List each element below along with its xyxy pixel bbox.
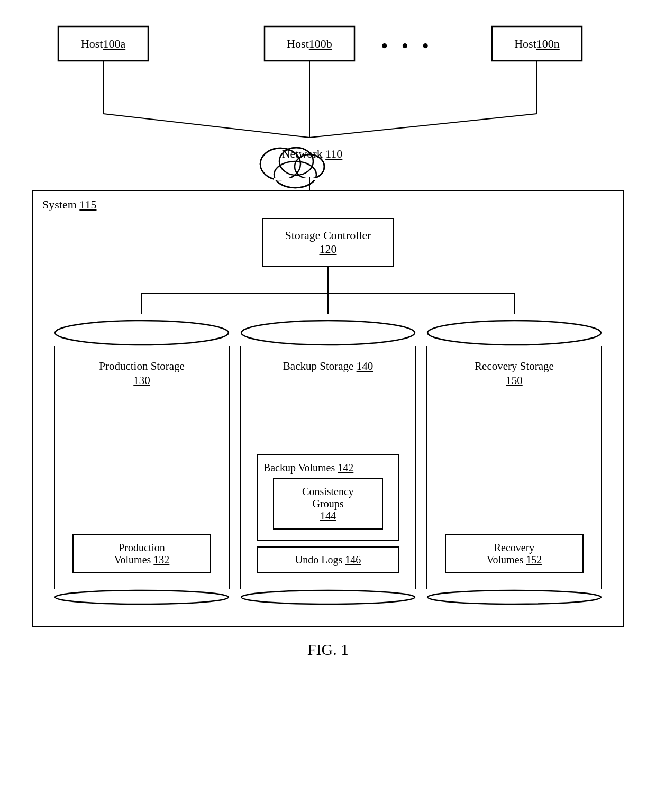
svg-point-30 <box>241 321 415 345</box>
svg-line-8 <box>309 114 537 138</box>
prod-storage-title: Production Storage130 <box>99 359 185 388</box>
recovery-storage-number: 150 <box>506 374 523 387</box>
svg-point-33 <box>427 590 601 604</box>
prod-cylinder-body: Production Storage130 ProductionVolumes … <box>54 346 230 589</box>
storage-controller-line1: Storage Controller <box>285 229 371 242</box>
prod-storage-number: 130 <box>133 374 150 387</box>
system-box: System 115 Storage Controller 120 <box>32 190 624 627</box>
consistency-groups-box: ConsistencyGroups144 <box>273 478 383 530</box>
backup-cylinder-bottom-svg <box>240 589 416 605</box>
network-number: 110 <box>325 147 342 160</box>
prod-volumes-number: 132 <box>153 554 169 565</box>
host-100n-label: Host 100n <box>492 26 582 61</box>
backup-storage-title: Backup Storage 140 <box>283 359 373 373</box>
undo-logs-number: 146 <box>345 554 361 565</box>
backup-storage-cylinder: Backup Storage 140 Backup Volumes 142 Co… <box>240 320 416 605</box>
svg-point-29 <box>55 590 229 604</box>
backup-storage-number: 140 <box>357 360 373 372</box>
consistency-groups-number: 144 <box>320 510 336 522</box>
controller-section: Storage Controller 120 <box>54 218 602 314</box>
network-label: Network 110 <box>259 147 365 161</box>
fig-caption: FIG. 1 <box>307 641 349 659</box>
svg-line-6 <box>103 114 309 138</box>
undo-logs-box: Undo Logs 146 <box>257 546 399 573</box>
recovery-cylinder-body: Recovery Storage150 RecoveryVolumes 152 <box>426 346 602 589</box>
recovery-storage: Recovery Storage150 RecoveryVolumes 152 <box>426 320 602 605</box>
storage-controller-box: Storage Controller 120 <box>262 218 393 267</box>
backup-cylinder-top-svg <box>240 320 416 346</box>
system-number: 115 <box>79 198 96 211</box>
controller-lines-svg <box>53 267 603 314</box>
storage-row: Production Storage130 ProductionVolumes … <box>54 320 602 605</box>
svg-point-28 <box>55 321 229 345</box>
system-label: System 115 <box>42 198 96 212</box>
host-100a-label: Host 100a <box>58 26 148 61</box>
svg-point-32 <box>427 321 601 345</box>
recovery-cylinder-bottom-svg <box>426 589 602 605</box>
backup-volumes-number: 142 <box>338 462 353 473</box>
backup-volumes-title: Backup Volumes 142 <box>263 462 393 474</box>
host-100a-number: 100a <box>103 37 125 51</box>
dots-label: • • • <box>381 34 433 58</box>
backup-cylinder-body: Backup Storage 140 Backup Volumes 142 Co… <box>240 346 416 589</box>
recovery-storage-title: Recovery Storage150 <box>475 359 554 388</box>
prod-volumes-box: ProductionVolumes 132 <box>72 534 211 573</box>
recovery-volumes-number: 152 <box>526 554 542 565</box>
host-100b-number: 100b <box>309 37 332 51</box>
production-storage: Production Storage130 ProductionVolumes … <box>54 320 230 605</box>
diagram: Host 100a Host 100b Host 100n • • • Netw… <box>21 16 635 659</box>
recovery-storage-cylinder: Recovery Storage150 RecoveryVolumes 152 <box>426 320 602 605</box>
host-100b-label: Host 100b <box>265 26 354 61</box>
prod-cylinder-bottom-svg <box>54 589 230 605</box>
production-storage-cylinder: Production Storage130 ProductionVolumes … <box>54 320 230 605</box>
svg-point-31 <box>241 590 415 604</box>
recovery-volumes-box: RecoveryVolumes 152 <box>445 534 584 573</box>
storage-controller-number: 120 <box>319 242 336 256</box>
top-section: Host 100a Host 100b Host 100n • • • Netw… <box>32 16 624 190</box>
prod-cylinder-top-svg <box>54 320 230 346</box>
backup-storage: Backup Storage 140 Backup Volumes 142 Co… <box>240 320 416 605</box>
recovery-cylinder-top-svg <box>426 320 602 346</box>
backup-volumes-box: Backup Volumes 142 ConsistencyGroups144 <box>257 454 399 541</box>
host-100n-number: 100n <box>536 37 560 51</box>
